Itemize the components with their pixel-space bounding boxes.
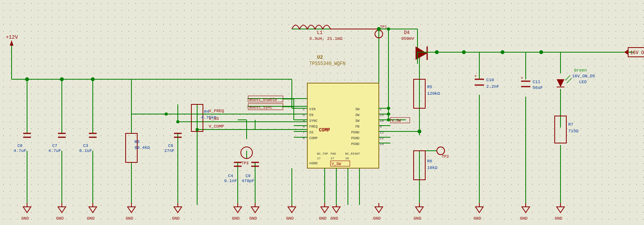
svg-text:V_FREQ: V_FREQ xyxy=(209,109,224,113)
svg-text:V_SW: V_SW xyxy=(392,119,401,123)
svg-text:L1: L1 xyxy=(317,30,322,36)
svg-text:R3: R3 xyxy=(135,140,140,144)
svg-marker-111 xyxy=(475,207,483,213)
svg-text:SW: SW xyxy=(355,113,359,117)
svg-text:C4: C4 xyxy=(228,174,233,178)
svg-text:C7: C7 xyxy=(52,143,57,148)
svg-text:16V_ON_D5: 16V_ON_D5 xyxy=(572,74,595,78)
svg-text:NC_TOP: NC_TOP xyxy=(317,152,328,155)
svg-point-34 xyxy=(462,50,466,54)
svg-text:Boost_Enable: Boost_Enable xyxy=(249,98,277,102)
svg-text:GND: GND xyxy=(286,216,294,221)
svg-text:SW: SW xyxy=(355,119,359,123)
svg-text:GND: GND xyxy=(373,216,381,221)
svg-text:C6: C6 xyxy=(168,143,173,148)
svg-text:GND: GND xyxy=(232,216,240,221)
svg-text:TPS55340_WQFN: TPS55340_WQFN xyxy=(309,61,346,66)
schematic-container: +12V GND GND GND GND GND GND GND xyxy=(0,0,644,225)
svg-text:PGND: PGND xyxy=(351,142,359,146)
svg-text:V_COMP: V_COMP xyxy=(209,124,224,129)
svg-text:NC_RIGHT: NC_RIGHT xyxy=(345,152,360,155)
svg-text:4.7uF: 4.7uF xyxy=(48,148,61,153)
svg-text:120kΩ: 120kΩ xyxy=(427,91,440,96)
svg-marker-105 xyxy=(375,207,383,213)
svg-text:GND: GND xyxy=(249,216,257,221)
svg-text:GND: GND xyxy=(126,216,133,221)
svg-text:COMP: COMP xyxy=(319,128,330,133)
svg-text:C3: C3 xyxy=(83,143,88,148)
svg-text:56uF: 56uF xyxy=(533,85,543,90)
svg-text:GND: GND xyxy=(331,216,338,221)
svg-text:10: 10 xyxy=(345,157,349,160)
svg-marker-114 xyxy=(522,207,530,213)
svg-text:GND: GND xyxy=(172,216,180,221)
svg-text:SYNC: SYNC xyxy=(309,119,318,123)
svg-text:17: 17 xyxy=(317,157,321,160)
svg-line-239 xyxy=(565,75,570,80)
svg-text:R7: R7 xyxy=(568,122,573,127)
svg-text:GND: GND xyxy=(319,216,327,221)
svg-text:PGND: PGND xyxy=(351,131,359,135)
svg-text:GND: GND xyxy=(21,216,29,221)
svg-marker-117 xyxy=(557,207,564,213)
svg-text:AGND: AGND xyxy=(309,162,318,165)
svg-marker-99 xyxy=(288,207,296,213)
svg-text:C10: C10 xyxy=(486,78,494,82)
svg-text:SS: SS xyxy=(309,131,313,135)
svg-text:GND: GND xyxy=(555,216,562,221)
svg-marker-249 xyxy=(624,49,628,55)
svg-point-273 xyxy=(387,118,390,121)
svg-text:GND: GND xyxy=(474,216,481,221)
svg-text:C9: C9 xyxy=(245,174,250,178)
svg-text:Boost_Sync: Boost_Sync xyxy=(249,106,273,110)
svg-marker-87 xyxy=(128,207,135,213)
svg-text:TP3: TP3 xyxy=(242,161,249,165)
svg-text:PGND: PGND xyxy=(351,136,359,140)
svg-point-269 xyxy=(196,128,199,131)
svg-text:V_SW: V_SW xyxy=(332,162,341,166)
svg-marker-84 xyxy=(89,207,97,213)
svg-text:GND: GND xyxy=(520,216,528,221)
svg-text:60.4kΩ: 60.4kΩ xyxy=(135,145,150,150)
svg-marker-78 xyxy=(23,207,31,213)
svg-text:4.7uF: 4.7uF xyxy=(14,148,26,153)
svg-point-35 xyxy=(501,50,504,54)
svg-marker-102 xyxy=(332,207,340,213)
svg-text:R6: R6 xyxy=(427,159,432,164)
svg-text:GND: GND xyxy=(56,216,64,221)
svg-text:VIN: VIN xyxy=(309,107,315,111)
svg-text:EN: EN xyxy=(309,113,313,117)
svg-text:0.1uF: 0.1uF xyxy=(79,148,92,153)
svg-line-240 xyxy=(567,78,572,83)
svg-text:3.3uH, 21.1mΩ: 3.3uH, 21.1mΩ xyxy=(309,36,342,41)
svg-text:470pF: 470pF xyxy=(242,179,254,183)
svg-text:D4: D4 xyxy=(404,30,409,36)
svg-text:+: + xyxy=(474,74,477,78)
svg-text:10kΩ: 10kΩ xyxy=(427,165,438,170)
svg-marker-205 xyxy=(321,207,329,213)
svg-marker-96 xyxy=(251,207,259,213)
svg-point-12 xyxy=(25,77,29,81)
svg-marker-108 xyxy=(416,207,423,213)
svg-text:FB: FB xyxy=(355,125,359,129)
svg-text:C11: C11 xyxy=(533,80,540,84)
svg-rect-151 xyxy=(307,83,379,168)
svg-text:+12V: +12V xyxy=(6,34,18,40)
svg-text:2.2nF: 2.2nF xyxy=(486,84,499,89)
svg-text:TP2: TP2 xyxy=(442,155,449,159)
svg-text:715Ω: 715Ω xyxy=(568,129,579,133)
svg-marker-237 xyxy=(557,79,564,87)
svg-text:V_SS: V_SS xyxy=(209,116,219,121)
svg-text:9.1nF: 9.1nF xyxy=(224,179,237,183)
svg-text:U2: U2 xyxy=(317,55,323,60)
svg-point-268 xyxy=(176,120,179,123)
svg-marker-81 xyxy=(58,207,66,213)
svg-text:27nF: 27nF xyxy=(164,148,174,153)
svg-text:950mV: 950mV xyxy=(401,36,414,41)
svg-text:16V Output: 16V Output xyxy=(630,50,644,56)
svg-text:FREQ: FREQ xyxy=(309,125,318,129)
svg-text:GND: GND xyxy=(87,216,95,221)
svg-point-43 xyxy=(417,130,421,133)
svg-text:LED: LED xyxy=(579,80,587,84)
svg-text:17: 17 xyxy=(331,157,334,160)
